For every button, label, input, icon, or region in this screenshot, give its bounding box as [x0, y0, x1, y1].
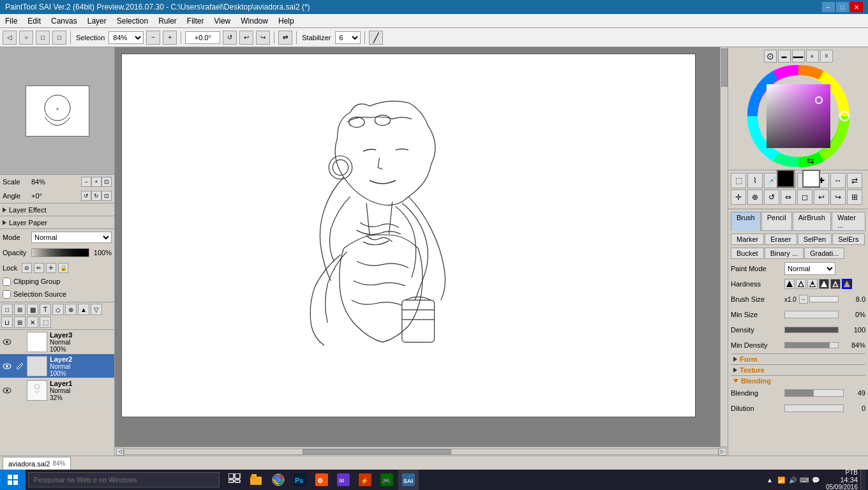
- taskbar-task-view-icon[interactable]: [225, 470, 245, 490]
- brush-tab-eraser[interactable]: Eraser: [765, 234, 797, 245]
- hard-icon-2[interactable]: [796, 279, 806, 289]
- layer-new-button[interactable]: □: [1, 304, 13, 315]
- hscroll-right-button[interactable]: ▷: [719, 448, 726, 456]
- hscroll-left-button[interactable]: ◁: [116, 448, 124, 456]
- taskbar-icon7[interactable]: ⚡: [355, 470, 375, 490]
- hscroll-track[interactable]: [124, 449, 719, 455]
- horizontal-scrollbar[interactable]: ◁ ▷: [115, 447, 728, 456]
- toolbar-back-button[interactable]: ◁: [3, 31, 17, 45]
- taskbar-explorer-icon[interactable]: [246, 470, 267, 490]
- menu-view[interactable]: View: [209, 15, 236, 27]
- brush-tab-binary[interactable]: Binary ...: [765, 248, 804, 259]
- pen-tool-button[interactable]: ╱: [369, 31, 383, 45]
- taskbar-chrome-icon[interactable]: [268, 470, 288, 490]
- zoom-select[interactable]: 84%100%50%: [108, 31, 144, 44]
- layer3-eye-icon[interactable]: [1, 336, 13, 348]
- background-color[interactable]: [802, 170, 820, 188]
- search-input[interactable]: [28, 472, 220, 487]
- lock-paint-icon[interactable]: ✏: [34, 263, 44, 273]
- close-button[interactable]: ✕: [850, 2, 863, 12]
- swap-colors-button[interactable]: ⇆: [807, 156, 814, 166]
- angle-increase-button[interactable]: ↻: [91, 191, 101, 201]
- dilution-slider[interactable]: [784, 405, 844, 412]
- color-h-button[interactable]: ▬: [778, 50, 791, 63]
- menu-layer[interactable]: Layer: [82, 15, 112, 27]
- hard-icon-5[interactable]: [830, 279, 841, 289]
- min-size-slider[interactable]: [784, 311, 839, 318]
- clipping-group-checkbox[interactable]: [3, 278, 11, 286]
- brush-size-dec[interactable]: −: [799, 295, 808, 304]
- tray-msg-icon[interactable]: 💬: [811, 475, 821, 485]
- layer-merge-button[interactable]: ⊔: [1, 316, 13, 328]
- layer-text-button[interactable]: T: [40, 304, 51, 315]
- menu-edit[interactable]: Edit: [22, 15, 46, 27]
- toolbar-btn2[interactable]: ○: [19, 31, 33, 45]
- texture-header[interactable]: Texture: [731, 364, 865, 375]
- opacity-slider[interactable]: [31, 248, 89, 257]
- brush-tab-water[interactable]: Water ...: [832, 212, 865, 231]
- vscroll-thumb[interactable]: [721, 48, 728, 87]
- taskbar-photoshop-icon[interactable]: Ps: [290, 470, 310, 490]
- extra-tool[interactable]: ⊞: [847, 189, 862, 205]
- move-tool[interactable]: ✛: [731, 189, 746, 205]
- taskbar-icon8[interactable]: 🎮: [377, 470, 397, 490]
- menu-window[interactable]: Window: [236, 15, 273, 27]
- stabilizer-select[interactable]: 612345: [335, 31, 361, 44]
- angle-input[interactable]: [185, 31, 220, 44]
- hard-icon-4[interactable]: [819, 279, 829, 289]
- brush-tab-airbrush[interactable]: AirBrush: [793, 212, 831, 231]
- menu-filter[interactable]: Filter: [182, 15, 209, 27]
- mirror-tool[interactable]: ⇔: [781, 189, 796, 205]
- taskbar-sai-icon[interactable]: SAI: [398, 470, 419, 490]
- scale-decrease-button[interactable]: −: [81, 177, 91, 187]
- brush-tab-brush[interactable]: Brush: [731, 212, 761, 231]
- foreground-color[interactable]: [777, 170, 795, 188]
- toolbar-btn4[interactable]: □: [52, 31, 66, 45]
- layer-add-button[interactable]: ⊕: [65, 304, 77, 315]
- start-button[interactable]: [0, 470, 26, 490]
- file-tab-aviadora[interactable]: aviadora.sai2 84%: [3, 457, 71, 470]
- selection-source-checkbox[interactable]: [3, 290, 11, 299]
- toolbar-btn3[interactable]: □: [36, 31, 50, 45]
- color-wheel-button[interactable]: ⊙: [764, 50, 777, 63]
- angle-ccw-button[interactable]: ↩: [239, 31, 253, 45]
- blending-header[interactable]: Blending: [731, 375, 865, 386]
- lock-transparency-icon[interactable]: ⊘: [22, 263, 32, 273]
- layer-item-3[interactable]: Layer3 Normal 100%: [0, 330, 114, 354]
- layer-vector-button[interactable]: ◇: [52, 304, 64, 315]
- hscroll-thumb[interactable]: [303, 449, 451, 454]
- zoom-out-button[interactable]: −: [146, 31, 160, 45]
- marquee-tool[interactable]: ◻: [797, 189, 812, 205]
- layer-item-2[interactable]: Layer2 Normal 100%: [0, 354, 114, 378]
- layer2-eye-icon[interactable]: [1, 360, 13, 372]
- tray-arrow-icon[interactable]: ▲: [765, 475, 775, 485]
- hard-icon-1[interactable]: [784, 279, 795, 289]
- tray-network-icon[interactable]: 📶: [776, 475, 786, 485]
- layer2-pen-icon[interactable]: [14, 360, 26, 372]
- taskbar-icon5[interactable]: ⚙: [311, 470, 332, 490]
- brush-tab-marker[interactable]: Marker: [731, 234, 764, 245]
- layer-move-up-button[interactable]: ▲: [78, 304, 89, 315]
- redo-tool[interactable]: ↪: [830, 189, 846, 205]
- brush-tab-selpen[interactable]: SelPen: [798, 234, 832, 245]
- layer-delete-button[interactable]: ✕: [27, 316, 38, 328]
- color-s-button[interactable]: ▬▬: [792, 50, 805, 63]
- menu-selection[interactable]: Selection: [112, 15, 153, 27]
- undo-tool[interactable]: ↩: [814, 189, 829, 205]
- angle-reset-btn2[interactable]: ⊡: [101, 191, 112, 201]
- maximize-button[interactable]: □: [836, 2, 849, 12]
- layer-paper-row[interactable]: Layer Paper: [0, 216, 114, 228]
- layer-copy-button[interactable]: ⬚: [40, 316, 51, 328]
- vertical-scrollbar[interactable]: [720, 47, 728, 447]
- canvas-area[interactable]: [115, 47, 728, 447]
- show-desktop-button[interactable]: [860, 470, 865, 490]
- color-palette-button[interactable]: ⠿: [820, 50, 833, 63]
- mode-select[interactable]: Normal Multiply Screen: [31, 232, 112, 243]
- tray-volume-icon[interactable]: 🔊: [788, 475, 798, 485]
- menu-file[interactable]: File: [0, 15, 22, 27]
- minimize-button[interactable]: −: [822, 2, 835, 12]
- angle-reset-button[interactable]: ↺: [223, 31, 237, 45]
- hard-icon-6[interactable]: [842, 279, 852, 289]
- layer-item-1[interactable]: Layer1 Normal 32%: [0, 378, 114, 403]
- color-wheel-container[interactable]: ⇆: [747, 65, 849, 167]
